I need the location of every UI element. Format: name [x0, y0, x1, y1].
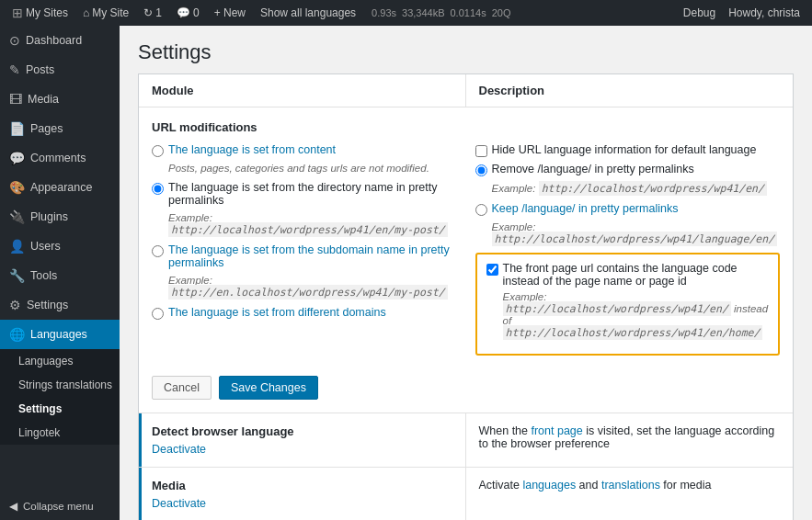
debug-label: Debug: [683, 6, 715, 19]
radio-from-directory-label[interactable]: The language is set from the directory n…: [168, 181, 457, 207]
deactivate-media-link[interactable]: Deactivate: [152, 497, 206, 510]
sidebar-item-settings[interactable]: ⚙ Settings: [0, 290, 120, 320]
radio-from-content-input[interactable]: [152, 145, 164, 157]
radio-remove-input[interactable]: [475, 164, 487, 176]
sidebar-item-users[interactable]: 👤 Users: [0, 232, 120, 261]
module-detect-left: Detect browser language Deactivate: [139, 413, 466, 467]
radio-from-domains[interactable]: The language is set from different domai…: [152, 306, 457, 320]
sidebar-item-users-label: Users: [30, 240, 61, 253]
checkbox-front-page-input[interactable]: [486, 264, 498, 276]
collapse-menu-button[interactable]: ◀ Collapse menu: [0, 492, 120, 520]
radio2-example-url: http://localhost/wordpress/wp41/en/my-po…: [168, 222, 448, 237]
my-sites-label: My Sites: [26, 6, 68, 19]
url-modifications-section: The language is set from content Posts, …: [139, 143, 793, 368]
checkbox-hide-url[interactable]: Hide URL language information for defaul…: [475, 143, 781, 157]
sidebar-item-languages-label: Languages: [30, 328, 87, 341]
radio-from-subdomain-label[interactable]: The language is set from the subdomain n…: [168, 243, 457, 269]
home-button[interactable]: ⌂ My Site: [78, 0, 133, 26]
sidebar-item-dashboard-label: Dashboard: [26, 34, 82, 47]
perf1: 0.93s: [372, 7, 396, 18]
sidebar-item-comments[interactable]: 💬 Comments: [0, 143, 120, 173]
radio-from-domains-input[interactable]: [152, 308, 164, 320]
front-page-example-url2: http://localhost/wordpress/wp41/en/home/: [503, 325, 763, 340]
sidebar-item-pages-label: Pages: [30, 122, 63, 135]
section-title-url: URL modifications: [139, 107, 793, 143]
radio-from-content[interactable]: The language is set from content: [152, 143, 457, 157]
sync-button[interactable]: ↻ 1: [139, 0, 166, 26]
module-row-media: Media Deactivate Activate languages and …: [139, 467, 793, 520]
sidebar-item-posts-label: Posts: [26, 63, 54, 76]
radio-from-content-label[interactable]: The language is set from content: [168, 143, 336, 156]
radio-keep-label[interactable]: Keep /language/ in pretty permalinks: [492, 202, 679, 215]
debug-button[interactable]: Debug: [679, 6, 720, 19]
radio-from-directory[interactable]: The language is set from the directory n…: [152, 181, 457, 207]
front-page-example: Example: http://localhost/wordpress/wp41…: [503, 291, 770, 339]
howdy-button[interactable]: Howdy, christa: [724, 6, 805, 19]
sidebar-sub-languages[interactable]: Languages: [0, 349, 120, 373]
collapse-icon: ◀: [9, 500, 17, 513]
radio-remove-example-url: http://localhost/wordpress/wp41/en/: [539, 181, 767, 196]
table-header: Module Description: [139, 74, 793, 107]
module-media-left: Media Deactivate: [139, 468, 466, 520]
radio-remove-label[interactable]: Remove /language/ in pretty permalinks: [492, 163, 694, 175]
bar-right: Debug Howdy, christa: [679, 6, 805, 19]
radio-from-directory-input[interactable]: [152, 183, 164, 195]
col-description: Description: [466, 74, 794, 107]
tools-icon: 🔧: [9, 268, 25, 283]
sidebar-sub-settings[interactable]: Settings: [0, 397, 120, 421]
sub-languages-label: Languages: [18, 355, 73, 367]
comment-icon: 💬: [177, 6, 190, 19]
radio-keep-input[interactable]: [475, 204, 487, 216]
radio-remove-example: Example: http://localhost/wordpress/wp41…: [492, 182, 781, 195]
comments-button[interactable]: 💬 0: [172, 0, 204, 26]
sidebar-item-posts[interactable]: ✎ Posts: [0, 55, 120, 85]
sites-icon: ⊞: [12, 6, 23, 20]
sub-strings-label: Strings translations: [18, 379, 112, 391]
deactivate-detect-link[interactable]: Deactivate: [152, 443, 206, 456]
sync-count: 1: [155, 6, 162, 19]
sidebar-item-tools[interactable]: 🔧 Tools: [0, 261, 120, 290]
checkbox-hide-url-label[interactable]: Hide URL language information for defaul…: [492, 143, 757, 156]
url-left-column: The language is set from content Posts, …: [152, 143, 457, 356]
col-module: Module: [139, 74, 466, 107]
perf2: 33,344kB: [402, 7, 444, 18]
dashboard-icon: ⊙: [9, 33, 20, 48]
sidebar-item-dashboard[interactable]: ⊙ Dashboard: [0, 26, 120, 55]
radio-remove-language[interactable]: Remove /language/ in pretty permalinks: [475, 163, 781, 176]
sidebar-sub-lingotek[interactable]: Lingotek: [0, 421, 120, 445]
main-content: Settings Module Description URL modifica…: [120, 26, 812, 520]
sidebar-item-languages[interactable]: 🌐 Languages: [0, 320, 120, 349]
module-detect-name: Detect browser language: [152, 424, 452, 438]
front-page-example-url1: http://localhost/wordpress/wp41/en/: [503, 301, 731, 316]
highlight-trans: translations: [601, 479, 660, 492]
radio-keep-example: Example: http://localhost/wordpress/wp41…: [492, 221, 781, 245]
module-media-desc: Activate languages and translations for …: [466, 468, 794, 520]
radio-keep-language[interactable]: Keep /language/ in pretty permalinks: [475, 202, 781, 216]
radio-from-subdomain-input[interactable]: [152, 245, 164, 257]
comment-count: 0: [193, 6, 200, 19]
cancel-button[interactable]: Cancel: [152, 376, 212, 400]
radio1-note: Posts, pages, categories and tags urls a…: [168, 163, 457, 174]
sidebar-item-pages[interactable]: 📄 Pages: [0, 114, 120, 143]
sidebar-item-appearance[interactable]: 🎨 Appearance: [0, 173, 120, 202]
posts-icon: ✎: [9, 62, 20, 77]
checkbox-front-page[interactable]: The front page url contains the language…: [486, 262, 770, 288]
admin-bar: ⊞ My Sites ⌂ My Site ↻ 1 💬 0 + New Show …: [0, 0, 812, 26]
sidebar-item-media[interactable]: 🎞 Media: [0, 85, 120, 114]
new-button[interactable]: + New: [210, 0, 250, 26]
sidebar-item-appearance-label: Appearance: [30, 181, 92, 194]
radio3-example-url: http://en.localhost/wordpress/wp41/my-po…: [168, 285, 448, 300]
save-changes-button[interactable]: Save Changes: [219, 376, 318, 400]
checkbox-hide-url-input[interactable]: [475, 145, 487, 157]
new-label: + New: [214, 6, 246, 19]
my-sites-button[interactable]: ⊞ My Sites: [7, 0, 73, 26]
checkbox-front-page-label[interactable]: The front page url contains the language…: [503, 262, 770, 288]
comments-icon: 💬: [9, 151, 25, 165]
module-row-detect-language: Detect browser language Deactivate When …: [139, 413, 793, 467]
radio-from-subdomain[interactable]: The language is set from the subdomain n…: [152, 243, 457, 269]
settings-box: Module Description URL modifications The…: [138, 73, 794, 520]
sidebar-item-plugins[interactable]: 🔌 Plugins: [0, 202, 120, 232]
sidebar-sub-strings[interactable]: Strings translations: [0, 373, 120, 397]
radio-from-domains-label[interactable]: The language is set from different domai…: [168, 306, 386, 319]
show-all-languages-button[interactable]: Show all languages: [256, 0, 360, 26]
